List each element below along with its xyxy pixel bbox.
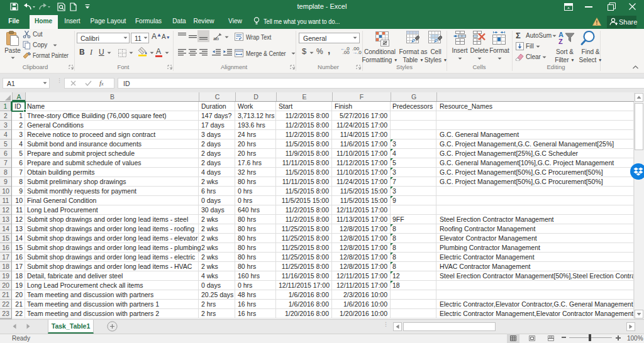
svg-text:ab: ab xyxy=(213,36,219,41)
svg-text:Z: Z xyxy=(558,38,563,45)
